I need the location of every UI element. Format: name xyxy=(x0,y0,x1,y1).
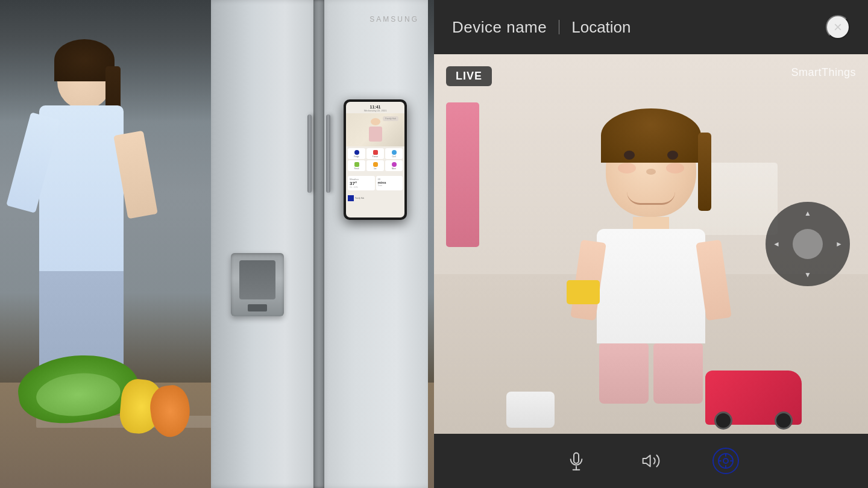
screen-calendar: 20 mins Timer xyxy=(376,176,403,190)
child-eye-left xyxy=(624,151,635,160)
svg-point-4 xyxy=(723,458,728,463)
dispenser-nozzle xyxy=(248,304,267,311)
dpad-background: ▲ ▼ ◄ ► xyxy=(766,202,850,286)
mic-icon xyxy=(567,451,586,471)
screen-mini-label: Family Hub xyxy=(383,116,398,121)
profile-avatar xyxy=(348,195,354,201)
screen-profile: Family Hub xyxy=(346,193,404,201)
dpad-container[interactable]: ▲ ▼ ◄ ► xyxy=(766,202,850,286)
header: Device name Location × xyxy=(434,0,868,54)
grid-item-5: Ice xyxy=(366,160,384,171)
ptz-button[interactable] xyxy=(712,448,739,474)
ptz-icon xyxy=(716,451,735,471)
grid-icon-3 xyxy=(392,150,397,155)
child-hair-back xyxy=(601,108,701,163)
speaker-icon xyxy=(641,451,661,471)
water-dispenser xyxy=(231,253,284,316)
child-cheek-right xyxy=(666,163,684,174)
toy-wheel-right xyxy=(775,411,793,430)
dpad-up-arrow[interactable]: ▲ xyxy=(804,209,811,217)
grid-icon-1 xyxy=(354,150,359,155)
mini-child-body xyxy=(369,127,382,142)
svg-rect-0 xyxy=(574,453,579,463)
live-badge: LIVE xyxy=(446,66,492,86)
smart-screen-bezel: 11:41 Wednesday 22, 2021 Family Hub Frid… xyxy=(344,99,407,220)
speaker-button[interactable] xyxy=(638,448,664,474)
device-name-label: Device name xyxy=(452,18,547,37)
child-hair-braid xyxy=(698,133,711,211)
grid-item-3: Cool xyxy=(385,148,403,159)
toy-car xyxy=(705,371,802,425)
child-figure xyxy=(597,120,705,404)
mini-child-head xyxy=(371,118,380,125)
child-neck xyxy=(633,217,669,229)
screen-bottom-section: Weather 37° 3.1 - 3.5% 20 mins Timer xyxy=(346,174,404,192)
white-toy xyxy=(506,392,555,428)
screen-grid: Fridge Freeze Cool Fresh Ice xyxy=(346,146,404,173)
fridge-door-left xyxy=(211,0,316,488)
samsung-logo: SAMSUNG xyxy=(370,15,419,23)
smart-screen: 11:41 Wednesday 22, 2021 Family Hub Frid… xyxy=(346,102,404,217)
mic-button[interactable] xyxy=(563,448,590,474)
grid-item-2: Freeze xyxy=(366,148,384,159)
location-label: Location xyxy=(571,18,631,37)
toy-wheel-left xyxy=(714,411,732,430)
smartthings-watermark: SmartThings xyxy=(791,66,856,79)
grid-icon-5 xyxy=(373,162,378,167)
fridge-door-right: SAMSUNG xyxy=(322,0,428,488)
screen-camera-mini: Family Hub xyxy=(346,113,404,146)
grid-icon-6 xyxy=(392,162,397,167)
grid-icon-2 xyxy=(373,150,378,155)
child-leg-right xyxy=(653,343,703,404)
svg-marker-3 xyxy=(643,455,650,467)
camera-view: LIVE SmartThings ▲ ▼ ◄ ► xyxy=(434,54,868,434)
child-eye-right xyxy=(667,151,678,160)
fridge-handle-left xyxy=(307,114,312,193)
header-divider xyxy=(559,20,559,34)
child-smile xyxy=(627,192,675,205)
screen-time: 11:41 Wednesday 22, 2021 xyxy=(346,102,404,113)
bottom-toolbar xyxy=(434,434,868,488)
close-button[interactable]: × xyxy=(826,15,850,39)
header-title-group: Device name Location xyxy=(452,18,631,37)
dispenser-panel xyxy=(239,260,275,299)
dpad-right-arrow[interactable]: ► xyxy=(835,240,843,248)
child-torso xyxy=(597,229,705,343)
child-cheek-left xyxy=(618,163,636,174)
child-legs xyxy=(597,343,705,404)
child-leg-left xyxy=(599,343,649,404)
close-icon: × xyxy=(834,19,842,36)
fridge-center-gap xyxy=(313,0,324,488)
bg-pink-element xyxy=(446,102,479,247)
screen-weather: Weather 37° 3.1 - 3.5% xyxy=(348,176,375,190)
dpad-center-button[interactable] xyxy=(793,229,823,259)
dpad-down-arrow[interactable]: ▼ xyxy=(804,271,811,279)
grid-icon-4 xyxy=(354,162,359,167)
right-panel: Device name Location × xyxy=(434,0,868,488)
grid-item-4: Fresh xyxy=(348,160,365,171)
left-panel: SAMSUNG 11:41 Wednesday 22, 2021 Family … xyxy=(0,0,434,488)
child-head xyxy=(606,120,696,217)
grid-item-6: More xyxy=(385,160,403,171)
woman-head xyxy=(57,48,112,108)
fridge-handle-right xyxy=(326,114,330,193)
child-nose xyxy=(646,169,656,175)
grid-item-1: Fridge xyxy=(348,148,365,159)
dpad-left-arrow[interactable]: ◄ xyxy=(773,240,780,248)
yellow-toy xyxy=(567,280,600,304)
